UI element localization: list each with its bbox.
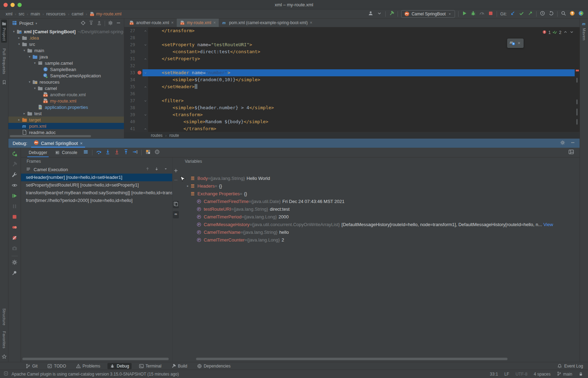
tool-window-button-problems[interactable]: Problems — [74, 363, 103, 369]
toolbar-button-rollback[interactable] — [548, 10, 554, 18]
editor-tab-another-route.xml[interactable]: another-route.xml× — [126, 19, 177, 27]
fold-end-icon[interactable] — [144, 127, 147, 131]
tool-stripe-favorites-button[interactable]: Favorites — [2, 331, 6, 349]
line-number[interactable]: 29 — [124, 41, 137, 48]
toolbar-button-play[interactable] — [462, 10, 467, 18]
fold-start-icon[interactable] — [144, 43, 147, 47]
fold-gutter[interactable] — [142, 69, 148, 76]
line-number[interactable]: 39 — [124, 111, 137, 118]
thread-dropdown-button[interactable] — [163, 167, 168, 172]
breakpoint-gutter[interactable] — [137, 83, 142, 90]
project-gear-button[interactable] — [108, 20, 113, 27]
close-window-button[interactable] — [4, 3, 8, 7]
tool-stripe-structure-button[interactable]: Structure — [2, 308, 6, 326]
variable-cameltimerfiredtime[interactable]: PCamelTimerFiredTime = {java.util.Date}F… — [179, 197, 580, 205]
fold-gutter[interactable] — [142, 41, 148, 48]
line-number[interactable]: 40 — [124, 118, 137, 125]
stack-frame[interactable]: setHeader[number] [route=hello,id=setHea… — [21, 174, 172, 181]
tree-item-main[interactable]: ▾main — [8, 47, 124, 54]
chev-up-icon[interactable] — [563, 30, 568, 34]
line-number[interactable]: 34 — [124, 76, 137, 83]
maven-badge-icon[interactable]: m — [510, 40, 515, 46]
editor-tab-my-route.xml[interactable]: my-route.xml× — [177, 19, 219, 27]
code-line-text[interactable]: <simple>${header.number} > 4</simple> — [148, 104, 575, 111]
restore-layout-button[interactable] — [145, 149, 151, 156]
variables-horizontal-scrollbar[interactable] — [196, 358, 507, 360]
step-into-button[interactable] — [105, 149, 111, 156]
project-collapse-all-button[interactable] — [97, 20, 102, 27]
toolbar-button-gradient-sphere[interactable] — [578, 10, 584, 18]
event-log-button[interactable]: Event Log — [557, 364, 583, 369]
breakpoint-gutter[interactable] — [137, 125, 142, 132]
code-line-34[interactable]: 34<simple>${random(0,10)}</simple> — [124, 76, 575, 83]
tool-window-button-build[interactable]: Build — [169, 363, 190, 369]
code-line-35[interactable]: 35</setHeader> — [124, 83, 575, 90]
code-line-text[interactable]: <constant>direct:test</constant> — [148, 48, 575, 55]
breakpoint-gutter[interactable] — [137, 27, 142, 34]
close-icon[interactable]: × — [213, 20, 216, 25]
tree-item-test[interactable]: ▸test — [8, 110, 124, 117]
hamburger-button[interactable] — [83, 149, 89, 156]
star-icon[interactable] — [2, 354, 7, 359]
breadcrumb-item[interactable]: camel — [72, 12, 83, 16]
code-line-30[interactable]: 30<constant>direct:test</constant> — [124, 48, 575, 55]
fold-gutter[interactable] — [142, 62, 148, 69]
code-line-text[interactable]: </transform> — [148, 125, 575, 132]
tree-item-samplebean[interactable]: CSampleBean — [8, 66, 124, 72]
tool-stripe-pull-requests-button[interactable]: Pull Requests — [2, 48, 6, 74]
fold-gutter[interactable] — [142, 27, 148, 34]
editor-tab-pom.xml[interactable]: mpom.xml (camel-example-spring-boot-xml)… — [219, 19, 315, 27]
project-panel-title[interactable]: Project — [19, 21, 33, 26]
debug-view-tab-debugger[interactable]: Debugger — [27, 148, 49, 157]
breakpoint-gutter[interactable] — [137, 55, 142, 62]
run-to-cursor-button[interactable] — [132, 149, 138, 156]
add-watch-button[interactable] — [173, 168, 178, 175]
fold-start-icon[interactable] — [144, 113, 147, 117]
line-number[interactable]: 30 — [124, 48, 137, 55]
breakpoint-gutter[interactable] — [137, 76, 142, 83]
git-branch-widget[interactable]: main — [557, 371, 572, 377]
breakpoint-gutter[interactable] — [137, 104, 142, 111]
tasks-icon[interactable] — [4, 371, 8, 376]
rerun-button[interactable] — [12, 151, 18, 158]
tree-expand-chevron-icon[interactable]: ▸ — [16, 118, 22, 121]
code-line-37[interactable]: 37<filter> — [124, 97, 575, 104]
toolbar-button-git-update[interactable] — [510, 10, 516, 18]
fold-end-icon[interactable] — [144, 29, 147, 33]
fold-gutter[interactable] — [142, 48, 148, 55]
run-configuration-selector[interactable]: Camel SpringBoot — [401, 10, 455, 18]
variable-headers[interactable]: ▸Headers = {} — [179, 182, 580, 190]
breakpoint-gutter[interactable] — [137, 41, 142, 48]
eye-button[interactable] — [12, 182, 18, 190]
line-number[interactable]: 37 — [124, 97, 137, 104]
thread-arrow-up-button[interactable] — [145, 167, 150, 172]
tree-item-resources[interactable]: ▾resources — [8, 79, 124, 85]
debug-header-hide-button[interactable] — [570, 140, 575, 147]
bookmark-icon[interactable] — [2, 80, 7, 85]
toolbar-button-commit-check[interactable] — [519, 10, 524, 18]
tree-item-java[interactable]: ▾java — [8, 54, 124, 60]
close-icon[interactable]: × — [310, 20, 312, 25]
thread-selector[interactable]: Camel Execution — [21, 165, 172, 174]
breakpoint-gutter[interactable] — [137, 62, 142, 69]
mute-breakpoints-button[interactable] — [12, 235, 18, 242]
fold-gutter[interactable] — [142, 111, 148, 118]
fold-gutter[interactable] — [142, 55, 148, 62]
code-line-text[interactable]: </setHeader> — [148, 83, 575, 90]
infinity-button[interactable]: ∞ — [173, 211, 179, 218]
toolbar-button-history-clock[interactable] — [540, 10, 545, 18]
readonly-toggle[interactable] — [579, 372, 583, 376]
breakpoint-gutter[interactable] — [137, 118, 142, 125]
code-line-36[interactable]: 36 — [124, 90, 575, 97]
fold-gutter[interactable] — [142, 76, 148, 83]
tree-item-src[interactable]: ▾src — [8, 41, 124, 47]
variable-testrouteuri[interactable]: PtestRouteURI = {java.lang.String}direct… — [179, 205, 580, 213]
editor-error-stripe[interactable] — [575, 27, 580, 132]
duplicate-button[interactable] — [173, 201, 179, 208]
code-line-text[interactable]: </transform> — [148, 27, 575, 34]
variable-camelmessagehistory[interactable]: PCamelMessageHistory = {java.util.concur… — [179, 220, 580, 228]
breadcrumb-item[interactable]: main — [30, 12, 40, 16]
fold-gutter[interactable] — [142, 97, 148, 104]
code-line-text[interactable]: <simple>${random(0,10)}</simple> — [148, 76, 575, 83]
tool-window-button-dependencies[interactable]: Dependencies — [195, 363, 233, 369]
